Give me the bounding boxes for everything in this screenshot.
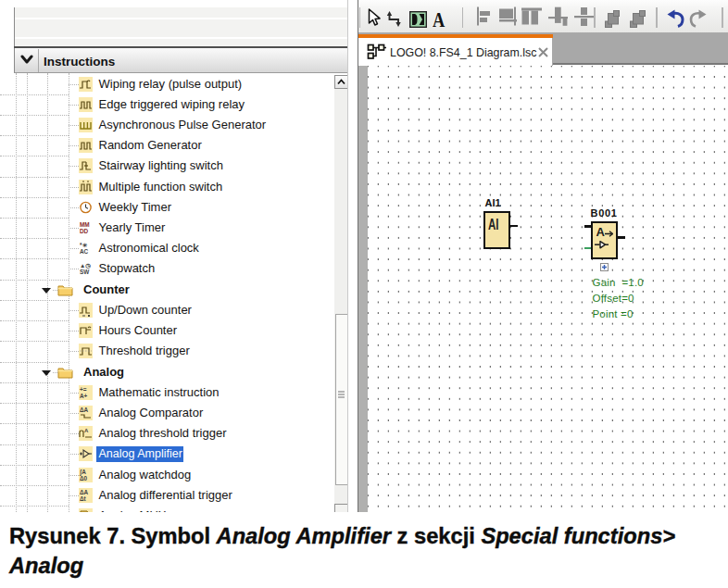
svg-text:+=: += <box>80 386 87 393</box>
svg-text:DD: DD <box>80 228 89 234</box>
svg-text:A+: A+ <box>80 393 88 399</box>
svg-text:ΔA: ΔA <box>80 407 89 413</box>
svg-text:SW: SW <box>80 269 90 275</box>
svg-text:ΔA: ΔA <box>80 489 89 495</box>
svg-text:AC: AC <box>80 248 89 255</box>
svg-text:MM: MM <box>80 221 90 228</box>
svg-text:*☀: *☀ <box>80 242 87 248</box>
svg-text:Δ0: Δ0 <box>80 475 88 482</box>
svg-text:▲◷: ▲◷ <box>80 262 91 269</box>
svg-text:A: A <box>84 428 89 433</box>
svg-text:Δt: Δt <box>80 495 87 502</box>
